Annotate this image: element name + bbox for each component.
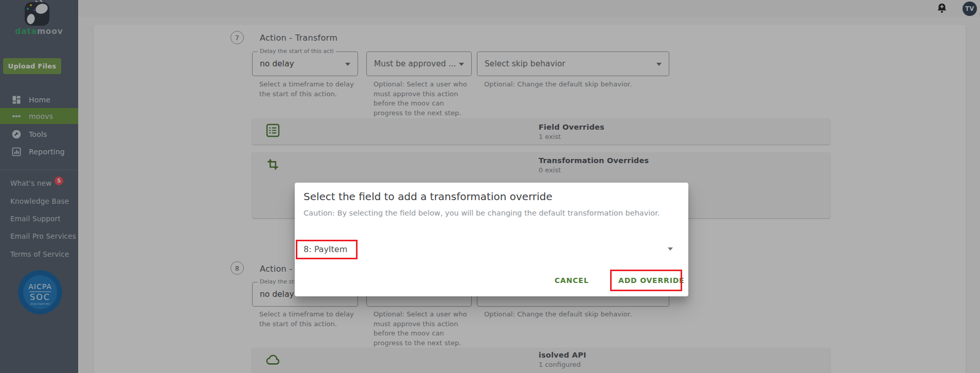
dialog-add-transformation-override: Select the field to add a transformation… [295,183,688,296]
dialog-title: Select the field to add a transformation… [304,190,553,203]
add-override-button[interactable]: ADD OVERRIDE [615,276,687,285]
dialog-caution-text: Caution: By selecting the field below, y… [304,209,660,217]
chevron-down-icon [668,247,673,251]
field-select[interactable]: 8: PayItem [300,238,683,260]
app-window: TV 7 Action - Transform Delay the start … [0,0,980,373]
cancel-button[interactable]: CANCEL [551,276,592,285]
field-select-value: 8: PayItem [304,244,347,254]
